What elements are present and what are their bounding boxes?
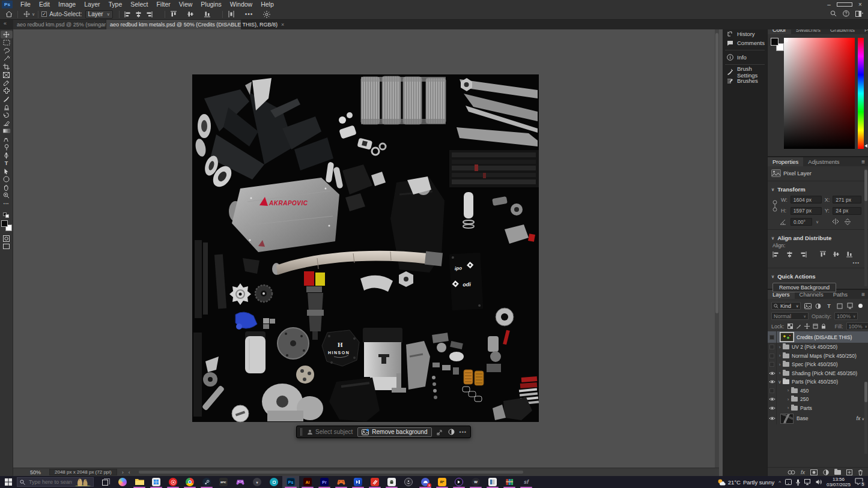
home-icon[interactable] <box>4 10 14 19</box>
edit-toolbar-icon[interactable]: ••• <box>1 199 13 207</box>
link-layers-icon[interactable] <box>788 470 795 475</box>
restore-button[interactable] <box>837 0 852 9</box>
eraser-tool[interactable] <box>1 119 13 127</box>
layer-row-parts-group[interactable]: ∨ Parts (Pick 450/250) <box>768 378 868 387</box>
group-chevron-icon[interactable]: › <box>785 388 791 393</box>
filter-shape-layers-icon[interactable] <box>836 303 843 309</box>
crop-tool[interactable] <box>1 63 13 71</box>
group-chevron-icon[interactable]: › <box>785 405 791 411</box>
hand-tool[interactable] <box>1 183 13 191</box>
search-icon[interactable] <box>830 10 837 18</box>
canvas-horizontal-scrollbar[interactable] <box>139 471 523 474</box>
lock-position-icon[interactable] <box>804 324 810 329</box>
tablet-mode-icon[interactable] <box>785 479 792 485</box>
layer-row-base[interactable]: Base fx ∨ <box>768 412 868 424</box>
align-right-edges-icon[interactable] <box>800 252 807 258</box>
filter-pixel-layers-icon[interactable] <box>804 303 812 309</box>
select-subject-button[interactable]: Select subject <box>307 429 353 435</box>
close-button[interactable]: × <box>852 0 868 9</box>
default-colors-icon[interactable] <box>3 211 10 217</box>
taskbar-app-file-explorer[interactable] <box>131 476 148 488</box>
taskbar-app-microsoft-store[interactable] <box>148 476 165 488</box>
lasso-tool[interactable] <box>1 47 13 55</box>
menu-plugins[interactable]: Plugins <box>196 0 225 9</box>
taskbar-app-chrome[interactable] <box>181 476 198 488</box>
zoom-level[interactable]: 50% <box>30 469 41 475</box>
taskbar-app-illustrator[interactable]: Ai <box>299 476 316 488</box>
clone-stamp-tool[interactable] <box>1 103 13 111</box>
visibility-toggle[interactable] <box>768 360 777 369</box>
filter-type-layers-icon[interactable]: T <box>825 303 833 309</box>
document-tab-2[interactable]: aeo redbud ktm metals.psd @ 50% (Credits… <box>106 20 241 29</box>
document-tab-1[interactable]: aeo redbud ktm.psd @ 25% (swingarm, RGB/… <box>13 20 106 29</box>
menu-filter[interactable]: Filter <box>152 0 174 9</box>
taskbar-app-white-square[interactable] <box>383 476 400 488</box>
menu-file[interactable]: File <box>16 0 35 9</box>
align-section-header[interactable]: ∨Align and Distribute <box>768 232 868 242</box>
taskbar-search[interactable] <box>17 477 94 487</box>
filter-smart-objects-icon[interactable] <box>846 303 854 309</box>
menu-type[interactable]: Type <box>104 0 126 9</box>
eyedropper-tool[interactable] <box>1 79 13 86</box>
smudge-tool[interactable] <box>1 135 13 143</box>
x-field[interactable]: 271 px <box>833 196 861 203</box>
move-tool[interactable] <box>1 31 13 38</box>
shape-tool[interactable] <box>1 175 13 183</box>
taskbar-app-player[interactable] <box>451 476 467 488</box>
menu-view[interactable]: View <box>175 0 197 9</box>
taskbar-app-media-blue[interactable] <box>350 476 366 488</box>
path-selection-tool[interactable] <box>1 167 13 175</box>
menu-image[interactable]: Image <box>54 0 80 9</box>
panel-menu-icon[interactable]: ≡ <box>861 291 865 298</box>
document-canvas[interactable]: AKRAPOVIC ipo <box>192 74 539 422</box>
taskbar-app-discord[interactable]: 9 <box>417 476 434 488</box>
group-chevron-icon[interactable]: › <box>777 370 783 376</box>
color-field[interactable] <box>784 38 855 149</box>
group-chevron-icon[interactable]: › <box>777 362 783 367</box>
hue-strip[interactable] <box>858 38 864 149</box>
align-bottom-edges-icon[interactable] <box>846 251 852 258</box>
layer-thumbnail[interactable] <box>780 414 794 424</box>
dodge-tool[interactable] <box>1 143 13 151</box>
transform-icon[interactable] <box>437 429 443 435</box>
taskbar-app-photoshop[interactable]: Ps <box>282 476 299 488</box>
align-top-edges-icon[interactable] <box>820 251 826 258</box>
menu-edit[interactable]: Edit <box>35 0 54 9</box>
taskbar-app-sf[interactable]: sf <box>518 476 535 488</box>
tab-close-icon[interactable]: × <box>281 22 284 28</box>
visibility-toggle[interactable] <box>768 395 777 404</box>
quick-actions-header[interactable]: ∨Quick Actions <box>768 271 868 281</box>
color-swatches[interactable] <box>771 38 784 51</box>
search-input[interactable] <box>28 478 73 486</box>
align-middle-v-icon[interactable] <box>185 10 196 19</box>
visibility-toggle[interactable] <box>768 412 777 424</box>
status-next-icon[interactable]: › <box>122 469 124 475</box>
history-brush-tool[interactable] <box>1 111 13 119</box>
collapse-toolbar-icon[interactable]: « <box>4 20 7 26</box>
lock-pixels-icon[interactable] <box>796 324 801 329</box>
layer-style-icon[interactable]: fx <box>801 469 805 475</box>
opacity-field[interactable]: 100%∨ <box>834 312 858 320</box>
transform-section-header[interactable]: ∨Transform <box>768 184 868 194</box>
network-icon[interactable] <box>804 479 812 485</box>
dock-brush-settings[interactable]: Brush Settings <box>723 67 767 76</box>
taskbar-clock[interactable]: 13:56 03/07/2025 <box>827 477 851 487</box>
constrain-link-icon[interactable] <box>772 197 777 215</box>
auto-select-checkbox[interactable]: ✓ <box>41 11 47 17</box>
panel-menu-icon[interactable]: ≡ <box>861 158 865 165</box>
minimize-button[interactable]: – <box>821 0 837 9</box>
align-right-icon[interactable] <box>144 10 155 19</box>
taskbar-app-epic-games[interactable]: EPIC <box>215 476 232 488</box>
remove-background-quick-action[interactable]: Remove Background <box>772 283 836 292</box>
flip-horizontal-icon[interactable] <box>832 218 839 224</box>
type-tool[interactable]: T <box>1 159 13 167</box>
taskbar-grip-handle[interactable] <box>300 428 302 436</box>
fill-field[interactable]: 100%∨ <box>846 322 868 330</box>
workspace-switcher-icon[interactable] <box>855 11 863 18</box>
dock-history[interactable]: History <box>723 29 767 38</box>
visibility-toggle[interactable] <box>768 387 777 396</box>
dock-info[interactable]: Info <box>723 53 767 62</box>
layers-scrollbar[interactable] <box>864 382 867 454</box>
frame-tool[interactable] <box>1 71 13 79</box>
visibility-toggle[interactable] <box>768 352 777 361</box>
